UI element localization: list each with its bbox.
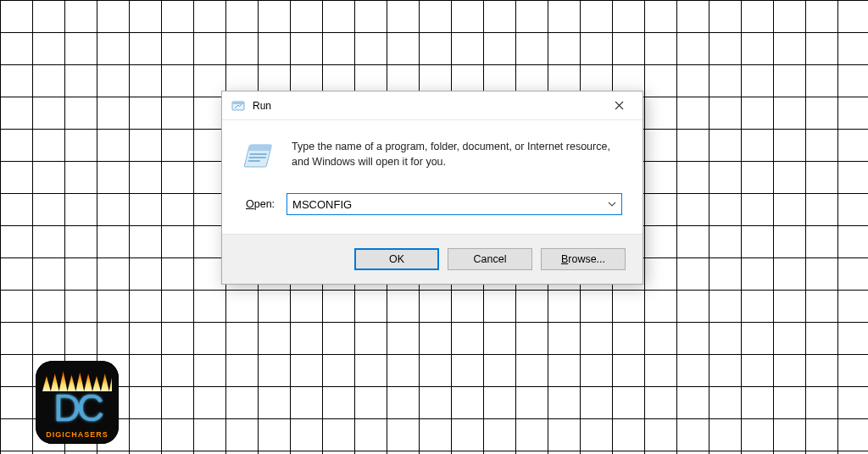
svg-rect-4	[250, 153, 267, 155]
cancel-button-label: Cancel	[474, 253, 507, 265]
dialog-message: Type the name of a program, folder, docu…	[292, 139, 622, 169]
close-button[interactable]	[600, 93, 637, 119]
digichasers-logo: DC DIGICHASERS	[36, 361, 119, 444]
open-row: Open:	[242, 193, 622, 215]
svg-rect-5	[249, 157, 266, 158]
logo-subtitle: DIGICHASERS	[36, 430, 119, 439]
run-icon	[242, 139, 276, 174]
open-combobox[interactable]	[287, 193, 622, 215]
svg-rect-1	[232, 102, 244, 104]
run-dialog: Run Type the name of a program	[221, 91, 643, 285]
ok-button-label: OK	[389, 253, 404, 265]
chevron-down-icon[interactable]	[603, 194, 621, 214]
dialog-body: Type the name of a program, folder, docu…	[222, 120, 643, 234]
open-label: Open:	[246, 198, 275, 210]
svg-rect-6	[248, 160, 260, 162]
dialog-button-bar: OK Cancel Browse...	[222, 234, 643, 284]
dialog-title: Run	[253, 100, 600, 112]
ok-button[interactable]: OK	[354, 248, 439, 270]
open-input[interactable]	[287, 194, 603, 214]
cancel-button[interactable]: Cancel	[448, 248, 532, 270]
svg-rect-3	[248, 145, 272, 151]
run-titlebar-icon	[231, 98, 246, 114]
logo-monogram: DC	[36, 390, 119, 427]
dialog-titlebar[interactable]: Run	[222, 91, 643, 120]
browse-button-label: Browse...	[561, 253, 605, 265]
browse-button[interactable]: Browse...	[541, 248, 626, 270]
message-row: Type the name of a program, folder, docu…	[242, 139, 622, 174]
